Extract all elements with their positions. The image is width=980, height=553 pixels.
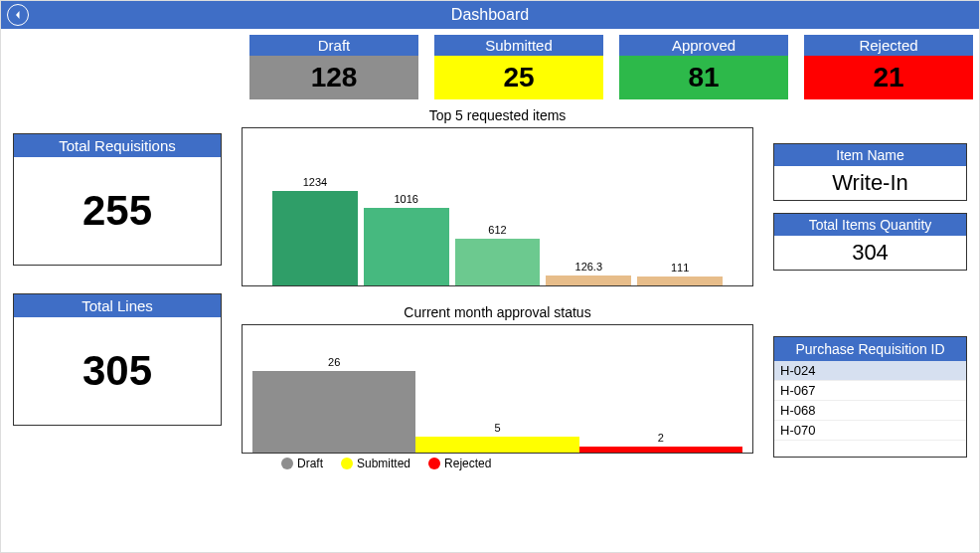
bar: 126.3 [546, 261, 631, 285]
bar-rect [415, 437, 578, 453]
chart1-title: Top 5 requested items [242, 107, 753, 123]
status-label: Rejected [804, 35, 973, 56]
status-card-draft[interactable]: Draft 128 [249, 35, 418, 99]
status-value: 25 [434, 56, 603, 99]
bar: 26 [252, 356, 415, 453]
kpi-value: 255 [14, 157, 221, 265]
bar-rect [272, 191, 358, 285]
kpi-label: Total Lines [14, 294, 221, 317]
bar: 111 [637, 262, 723, 285]
page-title: Dashboard [451, 6, 529, 24]
bar-rect [364, 208, 449, 285]
status-value: 128 [249, 56, 418, 99]
status-card-approved[interactable]: Approved 81 [619, 35, 788, 99]
bar-value-label: 111 [671, 262, 689, 274]
bar-rect [637, 276, 723, 285]
legend-label: Submitted [357, 457, 410, 470]
chevron-left-icon [13, 10, 23, 20]
back-button[interactable] [7, 4, 29, 26]
bar-value-label: 2 [658, 432, 664, 444]
bar-rect [252, 371, 415, 453]
list-item[interactable]: H-067 [774, 381, 966, 401]
list-item[interactable]: H-068 [774, 401, 966, 421]
kpi-total-lines[interactable]: Total Lines 305 [13, 293, 222, 426]
bar-value-label: 1234 [303, 176, 327, 188]
bar: 612 [455, 224, 541, 285]
status-value: 81 [619, 56, 788, 99]
kpi-total-requisitions[interactable]: Total Requisitions 255 [13, 133, 222, 266]
bar-value-label: 612 [488, 224, 506, 236]
chart2-legend: Draft Submitted Rejected [281, 457, 753, 470]
chart2-title: Current month approval status [242, 304, 753, 320]
pr-list-body[interactable]: H-024H-067H-068H-070 [774, 361, 966, 457]
kpi-label: Total Items Quantity [774, 214, 966, 236]
chart-top5: 12341016612126.3111 [242, 127, 753, 286]
kpi-total-items-qty[interactable]: Total Items Quantity 304 [773, 213, 967, 271]
bar-rect [455, 239, 541, 285]
list-item[interactable]: H-070 [774, 421, 966, 441]
kpi-label: Item Name [774, 144, 966, 166]
header-bar: Dashboard [1, 1, 979, 29]
pr-list-header: Purchase Requisition ID [774, 337, 966, 361]
legend-rejected: Rejected [428, 457, 491, 470]
status-card-submitted[interactable]: Submitted 25 [434, 35, 603, 99]
bar: 1234 [272, 176, 358, 285]
bar-rect [546, 276, 631, 285]
legend-dot-icon [428, 458, 440, 469]
chart-approval-status: 2652 [242, 324, 753, 454]
list-item[interactable]: H-024 [774, 361, 966, 381]
bar: 5 [415, 422, 578, 453]
bar-rect [579, 447, 742, 453]
legend-label: Draft [297, 457, 323, 470]
legend-draft: Draft [281, 457, 323, 470]
bar: 2 [579, 432, 742, 453]
bar-value-label: 26 [328, 356, 340, 368]
bar-value-label: 1016 [394, 193, 417, 205]
kpi-value: Write-In [774, 166, 966, 200]
status-label: Approved [619, 35, 788, 56]
status-value: 21 [804, 56, 973, 99]
bar-value-label: 5 [494, 422, 500, 434]
status-label: Submitted [434, 35, 603, 56]
bar: 1016 [364, 193, 449, 285]
status-row: Draft 128 Submitted 25 Approved 81 Rejec… [249, 35, 979, 99]
kpi-item-name[interactable]: Item Name Write-In [773, 143, 967, 201]
legend-submitted: Submitted [341, 457, 410, 470]
bar-value-label: 126.3 [575, 261, 603, 273]
status-card-rejected[interactable]: Rejected 21 [804, 35, 973, 99]
kpi-value: 305 [14, 317, 221, 425]
legend-label: Rejected [444, 457, 491, 470]
status-label: Draft [249, 35, 418, 56]
kpi-label: Total Requisitions [14, 134, 221, 157]
purchase-requisition-list: Purchase Requisition ID H-024H-067H-068H… [773, 336, 967, 458]
kpi-value: 304 [774, 236, 966, 270]
legend-dot-icon [341, 458, 353, 469]
legend-dot-icon [281, 458, 293, 469]
